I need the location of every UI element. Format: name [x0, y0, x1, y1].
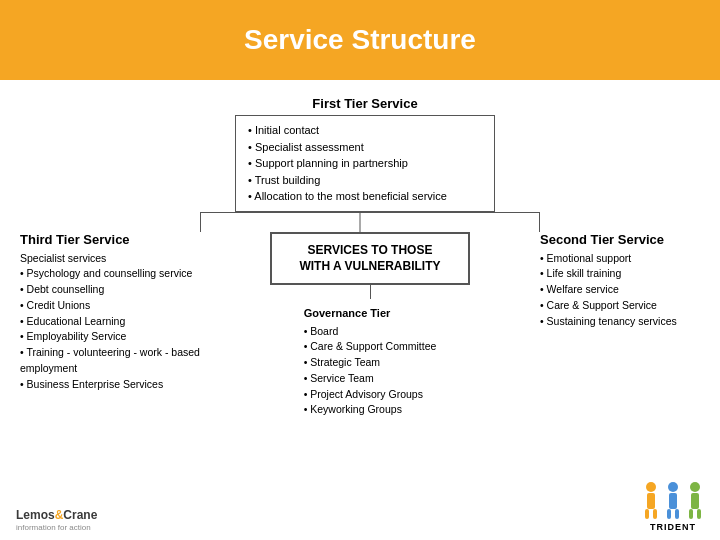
- center-column: SERVICES TO THOSE WITH A VULNERABILITY G…: [200, 212, 540, 425]
- svg-rect-9: [691, 493, 699, 509]
- header-banner: Service Structure: [0, 0, 720, 80]
- svg-rect-7: [675, 509, 679, 519]
- second-tier-item-1: • Emotional support: [540, 251, 700, 267]
- first-tier-item-5: • Allocation to the most beneficial serv…: [248, 188, 482, 205]
- second-tier-label: Second Tier Service: [540, 232, 700, 247]
- third-tier-intro: Specialist services: [20, 251, 200, 267]
- v-to-governance: [370, 285, 371, 299]
- v-connector-right: [539, 212, 540, 232]
- first-tier-item-1: • Initial contact: [248, 122, 482, 139]
- svg-rect-10: [689, 509, 693, 519]
- trident-figures: [642, 480, 704, 520]
- svg-rect-1: [647, 493, 655, 509]
- third-tier-content: Specialist services • Psychology and cou…: [20, 251, 200, 393]
- figure-green: [686, 480, 704, 520]
- gov-item-4: • Service Team: [304, 371, 437, 387]
- gov-item-2: • Care & Support Committee: [304, 339, 437, 355]
- svg-rect-6: [667, 509, 671, 519]
- logo-crane-text: Crane: [63, 508, 97, 522]
- third-tier-item-6: • Training - volunteering - work - based…: [20, 345, 200, 377]
- first-tier-item-3: • Support planning in partnership: [248, 155, 482, 172]
- gov-item-6: • Keyworking Groups: [304, 402, 437, 418]
- services-line2: WITH A VULNERABILITY: [284, 258, 456, 275]
- third-tier-label: Third Tier Service: [20, 232, 200, 247]
- first-tier-item-2: • Specialist assessment: [248, 139, 482, 156]
- first-tier-item-4: • Trust building: [248, 172, 482, 189]
- second-tier-column: Second Tier Service • Emotional support …: [540, 212, 700, 330]
- first-tier-label: First Tier Service: [312, 96, 417, 111]
- page-title: Service Structure: [244, 24, 476, 56]
- figure-orange: [642, 480, 660, 520]
- svg-point-8: [690, 482, 700, 492]
- second-tier-item-5: • Sustaining tenancy services: [540, 314, 700, 330]
- svg-point-4: [668, 482, 678, 492]
- third-tier-item-2: • Debt counselling: [20, 282, 200, 298]
- trident-logo: TRIDENT: [642, 480, 704, 532]
- services-box: SERVICES TO THOSE WITH A VULNERABILITY: [270, 232, 470, 286]
- first-tier-box: • Initial contact • Specialist assessmen…: [235, 115, 495, 212]
- logo-subtitle: information for action: [16, 523, 97, 532]
- governance-title: Governance Tier: [304, 305, 437, 322]
- second-tier-item-2: • Life skill training: [540, 266, 700, 282]
- v-connector-center: [360, 212, 361, 232]
- figure-blue: [664, 480, 682, 520]
- third-tier-item-5: • Employability Service: [20, 329, 200, 345]
- svg-rect-2: [645, 509, 649, 519]
- second-tier-content: • Emotional support • Life skill trainin…: [540, 251, 700, 330]
- gov-item-3: • Strategic Team: [304, 355, 437, 371]
- third-tier-item-3: • Credit Unions: [20, 298, 200, 314]
- governance-box: Governance Tier • Board • Care & Support…: [294, 299, 447, 424]
- third-tier-column: Third Tier Service Specialist services •…: [20, 212, 200, 393]
- svg-point-0: [646, 482, 656, 492]
- main-content: First Tier Service • Initial contact • S…: [0, 80, 720, 434]
- svg-rect-11: [697, 509, 701, 519]
- third-tier-item-4: • Educational Learning: [20, 314, 200, 330]
- h-connector-line: [200, 212, 540, 213]
- svg-rect-5: [669, 493, 677, 509]
- svg-rect-3: [653, 509, 657, 519]
- gov-item-1: • Board: [304, 324, 437, 340]
- second-tier-item-3: • Welfare service: [540, 282, 700, 298]
- lemos-crane-logo: Lemos&Crane information for action: [16, 508, 97, 532]
- gov-item-5: • Project Advisory Groups: [304, 387, 437, 403]
- services-line1: SERVICES TO THOSE: [284, 242, 456, 259]
- third-tier-item-1: • Psychology and counselling service: [20, 266, 200, 282]
- second-tier-item-4: • Care & Support Service: [540, 298, 700, 314]
- third-tier-item-7: • Business Enterprise Services: [20, 377, 200, 393]
- v-connector-left: [200, 212, 201, 232]
- trident-label-text: TRIDENT: [650, 522, 696, 532]
- connected-row: Third Tier Service Specialist services •…: [20, 212, 700, 425]
- logo-lemos-text: Lemos: [16, 508, 55, 522]
